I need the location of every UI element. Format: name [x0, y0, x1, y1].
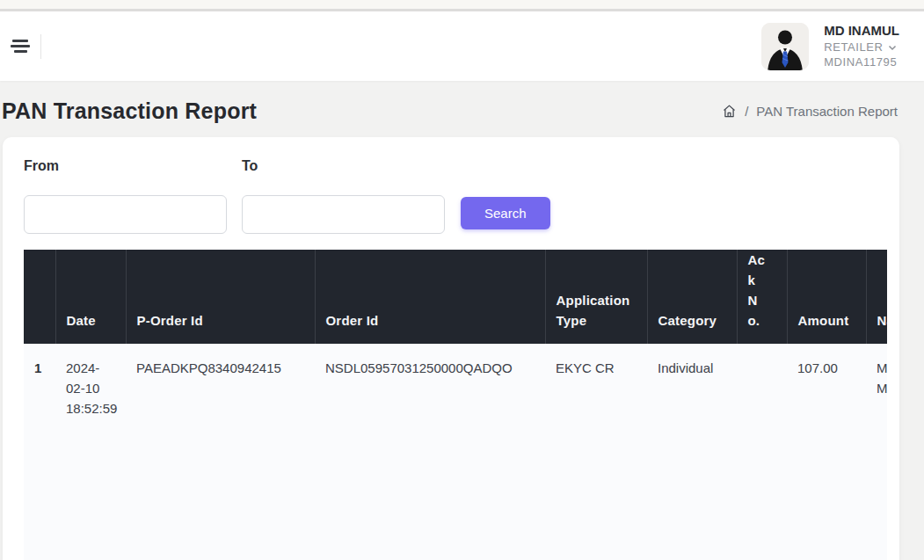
breadcrumb-separator: / [745, 104, 748, 119]
from-date-input[interactable] [24, 195, 227, 234]
col-header-category: Category [647, 250, 737, 344]
avatar[interactable] [761, 23, 809, 70]
user-role[interactable]: RETAILER [824, 41, 899, 54]
chevron-down-icon [888, 45, 897, 51]
to-date-input[interactable] [242, 195, 445, 234]
table-header-row: Date P-Order Id Order Id Application Typ… [24, 250, 887, 344]
cell-order-id: NSDL05957031250000QADQO [315, 344, 545, 560]
user-menu[interactable]: MD INAMUL RETAILER MDINA11795 [761, 23, 899, 70]
cell-date: 2024-02-10 18:52:59 [55, 344, 126, 560]
transactions-table-wrap[interactable]: Date P-Order Id Order Id Application Typ… [24, 250, 887, 560]
cell-application-type: EKYC CR [545, 344, 647, 560]
search-wrap: Search [461, 197, 550, 229]
browser-top-strip [0, 0, 924, 11]
user-name: MD INAMUL [824, 24, 899, 38]
home-icon[interactable] [722, 104, 737, 119]
cell-name: M M [866, 344, 887, 560]
cell-index: 1 [24, 344, 55, 560]
from-field: From [24, 158, 227, 234]
app-header: MD INAMUL RETAILER MDINA11795 [0, 11, 924, 81]
transactions-table: Date P-Order Id Order Id Application Typ… [24, 250, 887, 560]
breadcrumb-current: PAN Transaction Report [756, 104, 898, 119]
cell-ack-no [737, 344, 787, 560]
page-title: PAN Transaction Report [2, 98, 257, 124]
user-avatar-image [761, 23, 809, 70]
report-card: From To Search Date P-Order Id Order Id [3, 137, 899, 560]
col-header-amount: Amount [787, 250, 866, 344]
search-button[interactable]: Search [461, 197, 550, 229]
col-header-name: Name [866, 250, 887, 344]
col-header-index [24, 250, 55, 344]
sidebar-toggle-button[interactable] [7, 35, 33, 58]
col-header-ack-no: Ack No. [737, 250, 787, 344]
col-header-date: Date [55, 250, 126, 344]
header-divider [40, 34, 41, 59]
user-info: MD INAMUL RETAILER MDINA11795 [824, 24, 899, 68]
breadcrumb: / PAN Transaction Report [722, 104, 898, 119]
table-row: 1 2024-02-10 18:52:59 PAEADKPQ8340942415… [24, 344, 887, 560]
cell-p-order-id: PAEADKPQ8340942415 [126, 344, 315, 560]
cell-category: Individual [647, 344, 737, 560]
hamburger-icon [12, 40, 28, 42]
page-head: PAN Transaction Report / PAN Transaction… [0, 81, 924, 137]
from-label: From [24, 158, 227, 174]
col-header-p-order-id: P-Order Id [126, 250, 315, 344]
to-field: To [242, 158, 445, 234]
filter-bar: From To Search [3, 158, 899, 234]
col-header-application-type: Application Type [545, 250, 647, 344]
cell-amount: 107.00 [787, 344, 866, 560]
to-label: To [242, 158, 445, 174]
user-id: MDINA11795 [824, 56, 899, 69]
col-header-order-id: Order Id [315, 250, 545, 344]
